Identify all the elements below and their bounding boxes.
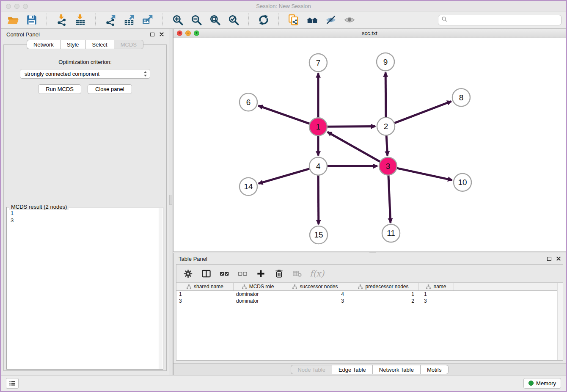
mcds-result-item: 3 — [11, 217, 159, 224]
show-all-icon[interactable] — [342, 13, 357, 27]
close-window-button[interactable] — [6, 4, 11, 9]
add-icon[interactable] — [255, 268, 266, 279]
first-neighbors-icon[interactable] — [305, 13, 320, 27]
table-cell[interactable]: 3 — [418, 298, 454, 304]
float-panel-icon[interactable] — [547, 257, 551, 261]
column-header-shared-name[interactable]: shared name — [176, 283, 234, 290]
run-mcds-button[interactable]: Run MCDS — [38, 84, 81, 94]
graph-node-1[interactable]: 1 — [309, 118, 327, 135]
table-cell[interactable]: 4 — [282, 291, 348, 297]
table-row[interactable]: 1dominator411 — [176, 291, 563, 298]
select-all-icon[interactable] — [219, 268, 230, 279]
hide-selected-icon[interactable] — [323, 13, 339, 27]
memory-button[interactable]: Memory — [523, 378, 561, 389]
close-panel-icon[interactable] — [556, 257, 561, 261]
tab-style[interactable]: Style — [60, 40, 85, 49]
delete-icon[interactable] — [273, 268, 284, 279]
svg-text:15: 15 — [314, 230, 323, 239]
graph-node-6[interactable]: 6 — [239, 93, 257, 111]
graph-node-10[interactable]: 10 — [454, 174, 471, 191]
graph-node-4[interactable]: 4 — [309, 157, 327, 175]
search-area — [438, 15, 561, 25]
tab-select[interactable]: Select — [85, 40, 114, 49]
graph-node-15[interactable]: 15 — [310, 226, 328, 244]
table-tab-edge-table[interactable]: Edge Table — [332, 365, 372, 374]
minimize-window-button[interactable] — [14, 4, 19, 9]
graph-node-11[interactable]: 11 — [382, 224, 400, 242]
column-header-name[interactable]: name — [418, 283, 454, 290]
export-table-icon[interactable] — [121, 13, 137, 27]
open-icon[interactable] — [6, 13, 21, 27]
maximize-network-icon[interactable]: + — [194, 30, 199, 36]
zoom-fit-icon[interactable] — [207, 13, 223, 27]
search-input[interactable] — [450, 17, 558, 24]
table-tab-network-table[interactable]: Network Table — [372, 365, 420, 374]
table-tabs: Node TableEdge TableNetwork TableMotifs — [291, 365, 448, 374]
minimize-network-icon[interactable]: − — [185, 30, 191, 36]
split-column-icon[interactable] — [201, 268, 212, 279]
mcds-result-box: MCDS result (2 nodes) 13 — [6, 207, 163, 370]
graph-node-8[interactable]: 8 — [452, 88, 470, 106]
tab-mcds[interactable]: MCDS — [114, 40, 143, 49]
network-canvas[interactable]: 1234678910111415 — [173, 38, 566, 251]
float-panel-icon[interactable] — [150, 33, 154, 36]
column-header-successor-nodes[interactable]: successor nodes — [282, 283, 348, 290]
close-panel-button[interactable]: Close panel — [88, 84, 132, 94]
import-table-icon[interactable] — [73, 13, 88, 27]
task-history-button[interactable] — [6, 378, 19, 389]
table-cell[interactable]: 3 — [282, 298, 348, 304]
graph-edge-3-1[interactable] — [328, 132, 388, 166]
refresh-icon[interactable] — [256, 13, 271, 27]
clone-network-icon[interactable] — [286, 13, 301, 27]
graph-node-7[interactable]: 7 — [309, 54, 327, 72]
gear-icon[interactable] — [182, 268, 193, 279]
zoom-window-button[interactable] — [23, 4, 28, 9]
close-panel-icon[interactable] — [160, 32, 164, 36]
table-scrollbar[interactable] — [557, 283, 563, 360]
import-network-icon[interactable] — [54, 13, 69, 27]
graph-node-14[interactable]: 14 — [239, 178, 257, 196]
horizontal-splitter[interactable] — [173, 251, 566, 253]
function-builder-icon: f(x) — [310, 268, 324, 279]
table-row[interactable]: 3dominator323 — [176, 298, 563, 304]
table-cell[interactable]: 1 — [418, 291, 454, 297]
control-panel: Control Panel NetworkStyleSelectMCDS Opt… — [1, 29, 169, 375]
table-cell[interactable]: 3 — [176, 298, 234, 304]
network-title: scc.txt — [362, 30, 377, 36]
splitter-handle[interactable] — [169, 195, 172, 205]
graph-edge-2-8[interactable] — [386, 101, 451, 126]
tab-network[interactable]: Network — [27, 40, 60, 49]
close-network-icon[interactable]: × — [177, 30, 182, 36]
graph-node-9[interactable]: 9 — [377, 53, 394, 71]
optimization-select-value: strongly connected component — [25, 71, 99, 77]
table-toolbar: f(x) — [176, 265, 563, 282]
table-cell[interactable]: 2 — [348, 298, 418, 304]
zoom-in-icon[interactable] — [170, 13, 185, 27]
graph-edge-3-10[interactable] — [388, 166, 452, 180]
toolbar-separator — [95, 14, 96, 26]
save-icon[interactable] — [24, 13, 39, 27]
table-tab-node-table[interactable]: Node Table — [291, 365, 332, 374]
graph-node-3[interactable]: 3 — [379, 157, 397, 175]
table-cell[interactable]: 1 — [176, 291, 234, 297]
table-cell[interactable]: dominator — [234, 298, 282, 304]
column-header-predecessor-nodes[interactable]: predecessor nodes — [348, 283, 418, 290]
zoom-selected-icon[interactable] — [226, 13, 241, 27]
memory-label: Memory — [536, 380, 556, 386]
splitter-handle[interactable] — [369, 252, 376, 253]
export-network-icon[interactable] — [103, 13, 118, 27]
table-cell[interactable]: dominator — [234, 291, 282, 297]
deselect-all-icon[interactable] — [237, 268, 248, 279]
table-cell[interactable]: 1 — [348, 291, 418, 297]
result-scrollbar[interactable] — [159, 208, 162, 369]
graph-edge-1-6[interactable] — [259, 106, 318, 127]
vertical-splitter[interactable] — [169, 29, 173, 375]
control-panel-header: Control Panel — [1, 29, 169, 40]
export-image-icon[interactable] — [140, 13, 155, 27]
column-header-mcds-role[interactable]: MCDS role — [234, 283, 282, 290]
table-tab-motifs[interactable]: Motifs — [420, 365, 449, 374]
search-field[interactable] — [438, 15, 561, 25]
graph-node-2[interactable]: 2 — [377, 117, 395, 135]
zoom-out-icon[interactable] — [189, 13, 204, 27]
optimization-select[interactable]: strongly connected component — [20, 69, 150, 79]
